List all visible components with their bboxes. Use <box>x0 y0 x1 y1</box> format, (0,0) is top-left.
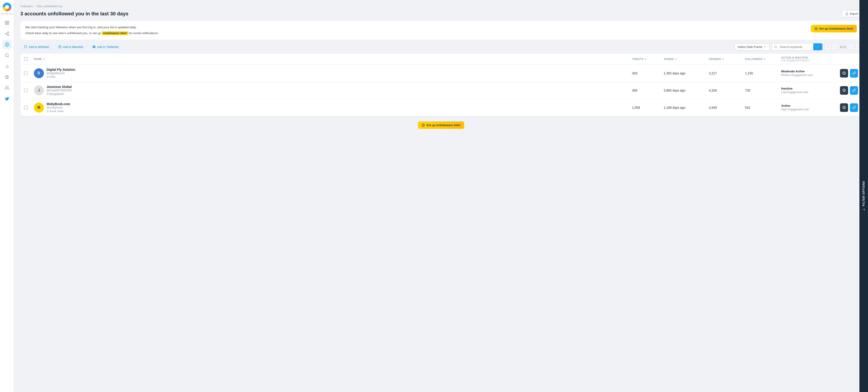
row2-avatar-dot <box>41 93 43 95</box>
block-icon <box>842 89 846 92</box>
alert-button-label: Set up Unfollowers Alert <box>819 27 853 30</box>
add-to-whitelist-button[interactable]: Add to Whitelist <box>20 43 53 51</box>
twitterlist-icon <box>92 45 96 49</box>
filter-panel[interactable]: FILTER OPTIONS <box>860 0 868 392</box>
sidebar-item-analytics[interactable] <box>2 62 11 71</box>
setup-alert-button-top[interactable]: Set up Unfollowers Alert <box>811 25 857 32</box>
sidebar-item-search[interactable] <box>2 51 11 60</box>
export-button[interactable]: Export <box>842 10 862 17</box>
filter-icon <box>862 208 865 211</box>
col-joined-sort[interactable]: ⇅ <box>675 58 677 60</box>
svg-rect-21 <box>93 46 95 46</box>
row3-user-info: MobyBook.com @mobybook Surat, India <box>46 102 70 113</box>
page-title: 3 accounts unfollowed you in the last 30… <box>20 11 128 17</box>
row1-link-button[interactable] <box>850 69 858 78</box>
row3-link-button[interactable] <box>850 103 858 112</box>
col-tweets-sort[interactable]: ⇅ <box>645 58 646 60</box>
row1-joined: 1,383 days ago <box>664 71 709 75</box>
col-followers-sort[interactable]: ⇅ <box>764 58 765 60</box>
setup-alert-button-bottom[interactable]: Set up Unfollowers Alert <box>418 121 464 129</box>
search-arrow-icon: → <box>816 45 819 49</box>
export-icon <box>845 12 848 15</box>
row1-block-button[interactable] <box>840 69 848 78</box>
row1-checkbox[interactable] <box>24 71 28 75</box>
search-submit-button[interactable]: → <box>813 43 822 50</box>
select-all-checkbox[interactable] <box>24 57 28 61</box>
bottom-alert-section: Set up Unfollowers Alert <box>20 121 862 129</box>
svg-point-6 <box>7 34 8 35</box>
search-input[interactable] <box>777 43 813 50</box>
row1-engagement: Moderate Active Medium Engagement user <box>781 70 840 77</box>
twitterlist-label: Add to Twitterlist <box>97 45 119 49</box>
row3-block-button[interactable] <box>840 103 848 112</box>
row3-checkbox-cell <box>24 106 34 110</box>
breadcrumb-parent[interactable]: Followers <box>20 4 33 8</box>
info-section: We start tracking your followers when yo… <box>20 21 862 39</box>
app-logo[interactable] <box>3 3 11 11</box>
search-icon <box>774 45 777 49</box>
pagination-prev[interactable]: ‹ <box>832 43 838 50</box>
row1-checkbox-cell <box>24 71 34 75</box>
row1-actions <box>840 69 858 78</box>
svg-rect-22 <box>93 47 95 47</box>
row2-engagement: Inactive Low Engagement user <box>781 87 840 94</box>
add-to-blacklist-button[interactable]: Add to Blacklist <box>55 43 87 51</box>
row2-block-button[interactable] <box>840 86 848 95</box>
pagination: ⟨⟨ ‹ 1 / 1 › ⟩⟩ <box>825 43 862 50</box>
row3-name: MobyBook.com <box>46 102 70 106</box>
col-header-engagement: ACTIVE & INACTIVE User Engagement Metric… <box>781 56 840 62</box>
col-joined-label: JOINED <box>664 58 674 60</box>
col-header-followers: FOLLOWERS ⇅ <box>745 58 781 60</box>
row2-link-button[interactable] <box>850 86 858 95</box>
row3-location: Surat, India <box>46 110 70 113</box>
row1-user-cell: D Digital Fly Solution @digitalflysoin I… <box>34 68 632 79</box>
row3-actions <box>840 103 858 112</box>
svg-line-34 <box>843 107 845 109</box>
row2-location: Bangladesh <box>46 92 72 96</box>
date-frame-select[interactable]: Select Date Frame <box>734 43 770 51</box>
row3-location-text: Surat, India <box>50 110 63 113</box>
row1-status-sub: Medium Engagement user <box>781 73 840 77</box>
col-friends-label: FRIENDS <box>709 58 721 60</box>
whitelist-icon <box>24 45 27 49</box>
filter-panel-label: FILTER OPTIONS <box>862 181 865 206</box>
col-tweets-label: TWEETS <box>632 58 644 60</box>
row3-avatar-letter: M <box>37 105 40 110</box>
svg-point-32 <box>48 111 48 112</box>
sidebar-item-audience[interactable] <box>2 40 11 49</box>
col-name-label: NAME <box>34 58 42 60</box>
svg-point-16 <box>6 86 7 88</box>
info-line1: We start tracking your followers when yo… <box>25 25 158 30</box>
row1-status: Moderate Active <box>781 70 840 73</box>
row2-joined: 3,865 days ago <box>664 89 709 92</box>
info-text: We start tracking your followers when yo… <box>25 25 158 35</box>
sidebar-item-delete[interactable] <box>2 72 11 82</box>
row2-followers: 735 <box>745 89 781 92</box>
sidebar-item-network[interactable] <box>2 29 11 38</box>
row2-actions <box>840 86 858 95</box>
row2-tweets: 356 <box>632 89 664 92</box>
pagination-next[interactable]: › <box>848 43 855 50</box>
pagination-first[interactable]: ⟨⟨ <box>825 43 831 50</box>
table-row: J Jeunesse Global @ArafatR70632290 Bangl… <box>20 82 862 99</box>
sidebar-item-dashboard[interactable] <box>2 18 11 27</box>
row1-user-info: Digital Fly Solution @digitalflysoin Ind… <box>46 68 75 79</box>
info-line2-after: for email notifications <box>129 31 158 35</box>
col-name-sort[interactable]: ⇅ <box>43 58 45 60</box>
col-header-tweets: TWEETS ⇅ <box>632 58 664 60</box>
row3-handle: @mobybook <box>46 106 70 109</box>
svg-rect-23 <box>93 48 95 48</box>
row3-checkbox[interactable] <box>24 106 28 110</box>
row1-avatar-letter: D <box>37 71 40 75</box>
row2-checkbox[interactable] <box>24 89 28 92</box>
unfollowers-alert-link[interactable]: Unfollowers Alert <box>102 31 128 35</box>
add-to-twitterlist-button[interactable]: Add to Twitterlist <box>89 43 122 51</box>
row2-status-sub: Low Engagement user <box>781 91 840 94</box>
main-content: Followers › Who unfollowed me 3 accounts… <box>14 0 868 392</box>
page-header: 3 accounts unfollowed you in the last 30… <box>20 10 862 17</box>
col-friends-sort[interactable]: ⇅ <box>722 58 724 60</box>
svg-rect-0 <box>5 21 6 23</box>
link-icon <box>852 71 856 75</box>
sidebar-item-users[interactable] <box>2 83 11 92</box>
sidebar-item-twitter[interactable] <box>2 94 11 103</box>
